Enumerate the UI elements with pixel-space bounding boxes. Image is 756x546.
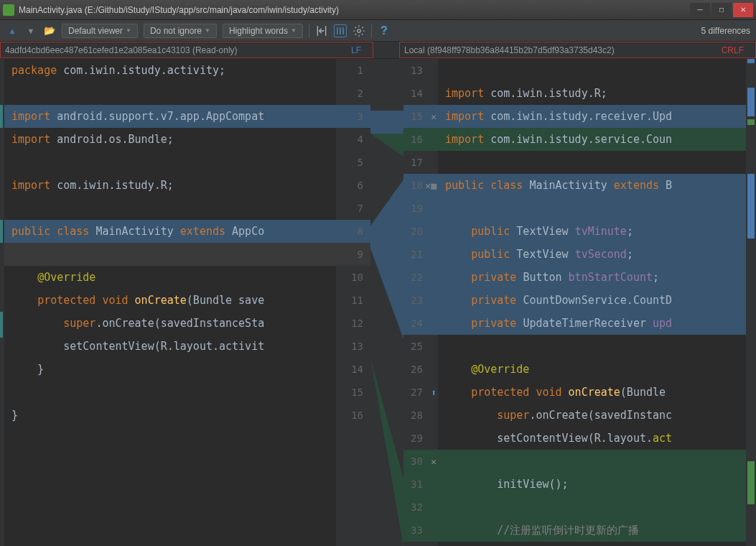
- viewer-dropdown[interactable]: Default viewer: [62, 24, 138, 38]
- code-line[interactable]: [4, 151, 336, 174]
- line-number: 15: [336, 381, 370, 404]
- code-line[interactable]: [438, 450, 746, 473]
- code-line[interactable]: [438, 496, 746, 519]
- line-number: 13: [403, 59, 438, 82]
- line-number: 19: [403, 197, 438, 220]
- code-line[interactable]: public TextView tvMinute;: [438, 220, 746, 243]
- right-line-ending[interactable]: CRLF: [714, 45, 751, 55]
- line-number: 17: [403, 151, 438, 174]
- code-line[interactable]: public TextView tvSecond;: [438, 243, 746, 266]
- code-line[interactable]: protected void onCreate(Bundle: [438, 381, 746, 404]
- toolbar-separator: [371, 24, 372, 38]
- settings-gear-icon[interactable]: [353, 24, 365, 37]
- code-line[interactable]: setContentView(R.layout.act: [438, 427, 746, 450]
- left-file-header: 4adfd4cbd6eec487e61cefed1e2a085ea1c43103…: [0, 42, 373, 58]
- code-line[interactable]: import com.iwin.istudy.R;: [438, 82, 746, 105]
- remove-marker-icon[interactable]: ✕▦: [425, 180, 437, 191]
- line-number: 27⬆: [403, 381, 438, 404]
- sync-scroll-icon[interactable]: [334, 24, 347, 37]
- code-line[interactable]: [4, 381, 336, 404]
- code-line[interactable]: import com.iwin.istudy.receiver.Upd: [438, 105, 746, 128]
- line-number: 9: [336, 243, 370, 266]
- highlight-dropdown[interactable]: Highlight words: [223, 24, 303, 38]
- diff-marker[interactable]: [747, 88, 755, 116]
- code-line[interactable]: }: [4, 358, 336, 381]
- code-line[interactable]: super.onCreate(savedInstanceSta: [4, 312, 336, 335]
- line-number: 2: [336, 82, 370, 105]
- line-number: 13: [336, 335, 370, 358]
- line-number: 30✕: [403, 450, 438, 473]
- remove-marker-icon[interactable]: ✕: [431, 456, 437, 467]
- line-number: 28: [403, 404, 438, 427]
- window-title: MainActivity.java (E:/Github/iStudy/IStu…: [19, 5, 690, 15]
- code-line[interactable]: package com.iwin.istudy.activity;: [4, 59, 336, 82]
- line-number: 14: [403, 82, 438, 105]
- open-file-icon[interactable]: [43, 24, 56, 37]
- diff-marker[interactable]: [747, 174, 755, 239]
- code-line[interactable]: [438, 335, 746, 358]
- override-up-icon[interactable]: ⬆: [431, 387, 437, 398]
- code-line[interactable]: }: [4, 404, 336, 427]
- code-line[interactable]: //注册监听倒计时更新的广播: [438, 519, 746, 542]
- line-number: 33: [403, 519, 438, 542]
- diff-toolbar: Default viewer Do not ignore Highlight w…: [0, 20, 756, 42]
- code-line[interactable]: initView();: [438, 473, 746, 496]
- code-line[interactable]: [438, 151, 746, 174]
- code-line[interactable]: private UpdateTimerReceiver upd: [438, 312, 746, 335]
- diff-marker[interactable]: [747, 461, 755, 504]
- code-line[interactable]: @Override: [4, 266, 336, 289]
- next-diff-icon[interactable]: [24, 24, 37, 37]
- ignore-dropdown[interactable]: Do not ignore: [144, 24, 217, 38]
- line-number: ⇥3: [336, 105, 370, 128]
- code-line[interactable]: public class MainActivity extends AppCo: [4, 220, 336, 243]
- line-number: »14: [336, 358, 370, 381]
- diff-area: package com.iwin.istudy.activity;import …: [0, 59, 756, 546]
- code-line[interactable]: super.onCreate(savedInstanc: [438, 404, 746, 427]
- line-number: 4: [336, 128, 370, 151]
- code-line[interactable]: setContentView(R.layout.activit: [4, 335, 336, 358]
- code-line[interactable]: protected void onCreate(Bundle save: [4, 289, 336, 312]
- window-titlebar: MainActivity.java (E:/Github/iStudy/IStu…: [0, 0, 756, 20]
- code-line[interactable]: private CountDownService.CountD: [438, 289, 746, 312]
- code-line[interactable]: import com.iwin.istudy.service.Coun: [438, 128, 746, 151]
- left-line-ending[interactable]: LF: [344, 45, 368, 55]
- code-line[interactable]: [438, 197, 746, 220]
- code-line[interactable]: @Override: [438, 358, 746, 381]
- right-code-pane[interactable]: import com.iwin.istudy.R;import com.iwin…: [438, 59, 746, 546]
- line-number: »5: [336, 151, 370, 174]
- diff-count-label: 5 differences: [701, 26, 751, 36]
- line-number: 22: [403, 266, 438, 289]
- code-line[interactable]: [4, 243, 336, 266]
- right-gutter: 131415✕161718✕▦192021222324252627⬆282930…: [403, 59, 438, 546]
- file-headers: 4adfd4cbd6eec487e61cefed1e2a085ea1c43103…: [0, 42, 756, 59]
- code-line[interactable]: import com.iwin.istudy.R;: [4, 174, 336, 197]
- left-gutter: 12⇥34»56»7⇥8910111213»141516: [336, 59, 370, 546]
- code-line[interactable]: public class MainActivity extends B: [438, 174, 746, 197]
- line-number: 16: [336, 404, 370, 427]
- code-line[interactable]: [4, 197, 336, 220]
- help-icon[interactable]: ?: [378, 24, 391, 37]
- diff-marker[interactable]: [747, 119, 755, 125]
- line-number: 23: [403, 289, 438, 312]
- line-number: 18✕▦: [403, 174, 438, 197]
- prev-diff-icon[interactable]: [6, 24, 19, 37]
- line-number: 24: [403, 312, 438, 335]
- line-number: 32: [403, 496, 438, 519]
- code-line[interactable]: private Button btnStartCount;: [438, 266, 746, 289]
- left-revision-label: 4adfd4cbd6eec487e61cefed1e2a085ea1c43103…: [5, 45, 238, 55]
- remove-marker-icon[interactable]: ✕: [431, 111, 437, 122]
- close-button[interactable]: ✕: [733, 3, 753, 17]
- code-line[interactable]: import android.os.Bundle;: [4, 128, 336, 151]
- app-icon: [3, 4, 14, 16]
- marker-strip[interactable]: [746, 59, 756, 546]
- maximize-button[interactable]: □: [711, 3, 732, 17]
- diff-marker[interactable]: [747, 59, 755, 63]
- left-code-pane[interactable]: package com.iwin.istudy.activity;import …: [4, 59, 336, 546]
- code-line[interactable]: [4, 82, 336, 105]
- minimize-button[interactable]: ─: [690, 3, 710, 17]
- code-line[interactable]: [438, 59, 746, 82]
- line-number: 11: [336, 289, 370, 312]
- line-number: 21: [403, 243, 438, 266]
- code-line[interactable]: import android.support.v7.app.AppCompat: [4, 105, 336, 128]
- collapse-icon[interactable]: [315, 24, 328, 37]
